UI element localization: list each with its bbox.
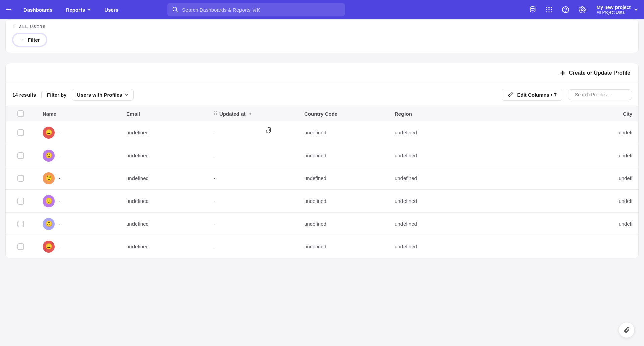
col-name[interactable]: Name — [36, 111, 126, 117]
filter-card-title: ⠿ ALL USERS — [13, 24, 631, 29]
cell-name: - — [59, 221, 60, 227]
add-filter-button[interactable]: Filter — [13, 34, 46, 46]
svg-point-4 — [548, 7, 549, 8]
cell-name: - — [59, 153, 60, 158]
cell-name: - — [59, 244, 60, 249]
database-icon[interactable] — [529, 6, 536, 13]
col-email[interactable]: Email — [126, 111, 214, 117]
table-row[interactable]: 🙃-undefined-undefinedundefinedundefi — [6, 213, 638, 235]
cell-updated: - — [214, 153, 304, 158]
svg-point-14 — [581, 9, 583, 11]
svg-point-5 — [551, 7, 552, 8]
project-subtitle: All Project Data — [597, 10, 631, 15]
svg-point-6 — [546, 9, 547, 10]
search-icon — [172, 6, 179, 13]
cell-region: undefined — [395, 130, 482, 135]
cell-updated: - — [214, 244, 304, 249]
edit-columns-label: Edit Columns • 7 — [517, 92, 557, 98]
cell-updated: - — [214, 130, 304, 135]
help-icon[interactable] — [562, 6, 569, 13]
avatar: 🙃 — [43, 218, 55, 230]
svg-point-13 — [565, 11, 566, 12]
filter-dropdown-label: Users with Profiles — [77, 92, 122, 98]
table-row[interactable]: 😐-undefined-undefinedundefinedundefi — [6, 121, 638, 144]
cell-region: undefined — [395, 198, 482, 204]
table-row[interactable]: 🙂-undefined-undefinedundefinedundefi — [6, 144, 638, 167]
search-input[interactable] — [182, 7, 340, 13]
nav-dashboards[interactable]: Dashboards — [17, 4, 59, 15]
svg-line-1 — [176, 11, 178, 12]
cell-city: undefi — [482, 175, 638, 181]
table-body: 😐-undefined-undefinedundefinedundefi🙂-un… — [6, 121, 638, 258]
svg-point-7 — [548, 9, 549, 10]
filter-card-title-text: ALL USERS — [19, 25, 46, 29]
cell-email: undefined — [126, 130, 214, 135]
filter-dropdown[interactable]: Users with Profiles — [72, 89, 134, 101]
create-profile-label: Create or Update Profile — [569, 70, 630, 76]
col-city[interactable]: City — [482, 111, 638, 117]
sort-icon: ▲▼ — [249, 112, 252, 115]
drag-handle-icon[interactable]: ⠿ — [13, 24, 16, 29]
settings-gear-icon[interactable] — [579, 6, 586, 13]
toolbar-row: 14 results Filter by Users with Profiles… — [6, 83, 638, 106]
filter-card: ⠿ ALL USERS Filter — [5, 19, 639, 53]
cell-country: undefined — [304, 244, 395, 249]
cell-country: undefined — [304, 198, 395, 204]
project-name: My new project — [597, 5, 631, 10]
cell-city: undefi — [482, 221, 638, 227]
cell-country: undefined — [304, 175, 395, 181]
table-row[interactable]: 🙂-undefined-undefinedundefinedundefi — [6, 190, 638, 213]
col-updated[interactable]: ⠿ Updated at ▲▼ — [214, 111, 304, 117]
edit-columns-button[interactable]: Edit Columns • 7 — [502, 89, 562, 101]
col-region[interactable]: Region — [395, 111, 482, 117]
menu-dots-icon[interactable]: ••• — [6, 6, 11, 13]
filter-by-label: Filter by — [47, 92, 66, 98]
row-checkbox[interactable] — [17, 198, 24, 205]
row-checkbox[interactable] — [17, 129, 24, 136]
table-row[interactable]: 😐-undefined-undefinedundefined — [6, 235, 638, 258]
chevron-down-icon — [125, 93, 129, 97]
avatar: 🙂 — [43, 195, 55, 207]
cell-email: undefined — [126, 153, 214, 158]
avatar: 😐 — [43, 241, 55, 253]
profile-search-box[interactable] — [568, 89, 632, 100]
nav-reports[interactable]: Reports — [60, 4, 97, 15]
project-selector[interactable]: My new project All Project Data — [597, 5, 638, 15]
cell-country: undefined — [304, 153, 395, 158]
svg-point-9 — [546, 11, 547, 12]
filter-button-label: Filter — [28, 37, 40, 43]
top-header: ••• Dashboards Reports Users My new proj… — [0, 0, 644, 19]
svg-point-2 — [530, 7, 535, 9]
cell-region: undefined — [395, 175, 482, 181]
col-updated-label: Updated at — [219, 111, 246, 117]
cell-updated: - — [214, 221, 304, 227]
cell-email: undefined — [126, 198, 214, 204]
users-table: Name Email ⠿ Updated at ▲▼ Country Code … — [6, 106, 638, 258]
row-checkbox[interactable] — [17, 243, 24, 250]
plus-icon — [560, 70, 566, 76]
select-all-checkbox[interactable] — [17, 110, 24, 117]
main-card: Create or Update Profile 14 results Filt… — [5, 63, 639, 258]
col-country[interactable]: Country Code — [304, 111, 395, 117]
cell-updated: - — [214, 175, 304, 181]
cell-region: undefined — [395, 221, 482, 227]
header-icons — [529, 6, 586, 13]
row-checkbox[interactable] — [17, 175, 24, 182]
create-profile-button[interactable]: Create or Update Profile — [560, 70, 630, 76]
profile-search-input[interactable] — [575, 92, 634, 97]
search-wrap — [167, 3, 345, 16]
row-checkbox[interactable] — [17, 152, 24, 159]
drag-handle-icon[interactable]: ⠿ — [214, 111, 217, 117]
apps-grid-icon[interactable] — [546, 6, 552, 13]
svg-point-3 — [546, 7, 547, 8]
cell-name: - — [59, 130, 60, 135]
nav-users[interactable]: Users — [98, 4, 124, 15]
avatar: 🙂 — [43, 150, 55, 162]
cell-city: undefi — [482, 130, 638, 135]
cell-city: undefi — [482, 198, 638, 204]
search-box[interactable] — [167, 3, 345, 16]
table-row[interactable]: 😌-undefined-undefinedundefinedundefi — [6, 167, 638, 190]
row-checkbox[interactable] — [17, 221, 24, 227]
cell-region: undefined — [395, 244, 482, 249]
chevron-down-icon — [87, 8, 91, 12]
